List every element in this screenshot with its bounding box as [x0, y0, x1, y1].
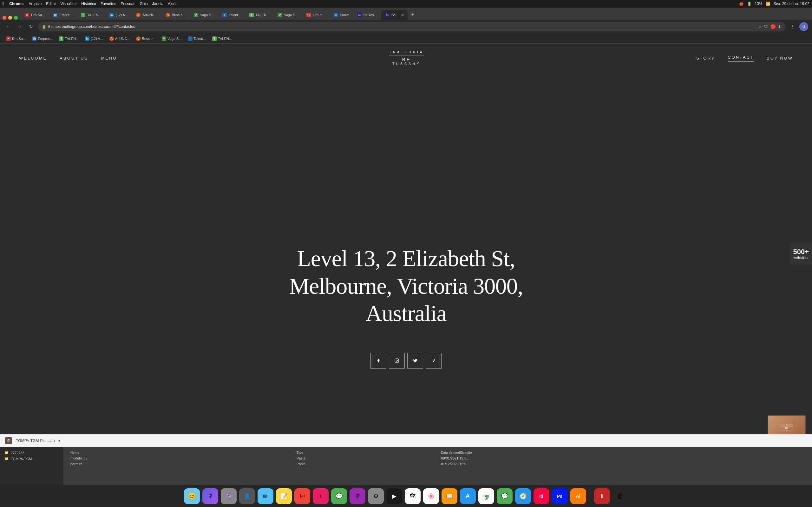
bookmark-favicon-busco: B [136, 37, 141, 41]
dock-music[interactable]: ♪ [313, 488, 328, 504]
fm-sidebar-item-2[interactable]: 📁 TGMPA-TGM... [3, 456, 61, 462]
extensions-button[interactable]: ⋮ [788, 22, 797, 31]
new-tab-button[interactable]: + [408, 10, 417, 19]
dock-appstore[interactable]: A [460, 488, 476, 504]
menu-pessoas[interactable]: Pessoas [120, 2, 135, 6]
extension-icon-1[interactable]: 🛡 [764, 24, 768, 29]
bookmark-star-icon[interactable]: ☆ [758, 24, 762, 29]
bookmark-talen1[interactable]: T TALEN... [56, 35, 81, 43]
dock-maps[interactable]: 🗺 [405, 488, 420, 504]
dock-messages[interactable]: 💬 [331, 488, 347, 504]
tab-vaga1[interactable]: V Vaga S... [190, 10, 218, 20]
dock-books[interactable]: 📖 [442, 488, 457, 504]
menu-arquivo[interactable]: Arquivo [29, 2, 42, 6]
address-bar-icons: ☆ 🛡 🔴 ⬇ [758, 24, 781, 29]
menu-guia[interactable]: Guia [140, 2, 148, 6]
dock-filezilla[interactable]: ⬆ [594, 488, 610, 504]
tab-dra-sa[interactable]: ✉ Dra Sa... [21, 10, 49, 20]
tab-group[interactable]: G Group... [303, 10, 329, 20]
nav-buy-now[interactable]: BUY NOW [767, 56, 793, 60]
music-icon: ♪ [319, 493, 322, 499]
nav-story[interactable]: STORY [696, 56, 715, 60]
tab-busco[interactable]: B Busc o... [162, 10, 189, 20]
dock-photos[interactable]: 🌸 [423, 488, 439, 504]
app-name[interactable]: Chrome [9, 2, 23, 6]
dock-trash[interactable]: 🗑 [612, 488, 628, 504]
dock-mail[interactable]: ✉ [258, 488, 273, 504]
nav-contact[interactable]: CONTACT [728, 55, 754, 61]
forward-button[interactable]: → [15, 22, 24, 31]
dock-chrome[interactable] [478, 488, 494, 504]
tab-label-force: Force [340, 13, 349, 17]
tab-bel-active[interactable]: Be Bel... ✕ [381, 10, 408, 20]
tab-anunc[interactable]: A AnÚNC... [132, 10, 161, 20]
dock-launchpad[interactable]: 🔮 [221, 488, 237, 504]
tab-talen1[interactable]: T TALEN... [77, 10, 105, 20]
maximize-window-btn[interactable] [14, 16, 18, 20]
dock-contacts[interactable]: 👤 [239, 488, 255, 504]
bookmark-empre[interactable]: 🏢 Empres... [30, 35, 55, 43]
table-row[interactable]: modelo_cv Pasta 09/01/2021 19:3... [68, 456, 808, 461]
side-badge[interactable]: 500+ websites [790, 243, 812, 265]
nav-welcome[interactable]: WELCOME [19, 56, 47, 60]
tab-talent2[interactable]: T Talent... [218, 10, 245, 20]
extension-icon-3[interactable]: ⬇ [778, 24, 781, 29]
social-vimeo[interactable]: V [426, 353, 442, 369]
nav-menu[interactable]: MENU [101, 56, 117, 60]
download-arrow[interactable]: ▾ [58, 439, 60, 443]
bookmark-busco[interactable]: B Busc o... [134, 35, 158, 43]
minimize-window-btn[interactable] [8, 16, 12, 20]
tab-empre[interactable]: 🏢 Empre... [49, 10, 77, 20]
dock-photoshop[interactable]: Ps [552, 488, 568, 504]
bookmark-dra-sa[interactable]: ✉ Dra Sa... [4, 35, 28, 43]
bookmark-talen2[interactable]: T TALEN... [210, 35, 235, 43]
tab-beres[interactable]: Be BeRes... [353, 10, 380, 20]
tab-close-bel[interactable]: ✕ [401, 13, 404, 17]
dock-illustrator[interactable]: Ai [570, 488, 586, 504]
tab-vaga2[interactable]: V Vaga S... [274, 10, 302, 20]
social-instagram[interactable] [389, 353, 405, 369]
back-button[interactable]: ← [4, 22, 13, 31]
apple-menu[interactable]:  [3, 1, 4, 6]
dock-finder[interactable]: 😊 [184, 488, 200, 504]
nav-about-us[interactable]: ABOUT US [60, 56, 88, 60]
dock-whatsapp[interactable]: 💬 [497, 488, 513, 504]
bookmark-vaga1[interactable]: V Vaga S... [159, 35, 184, 43]
photoshop-icon: Ps [557, 494, 562, 499]
dock-podcasts[interactable]: 🎙 [350, 488, 365, 504]
tab-label-talent2: Talent... [229, 13, 241, 17]
tab-label-beres: BeRes... [363, 13, 377, 17]
social-twitter[interactable] [407, 353, 423, 369]
social-facebook[interactable] [370, 353, 386, 369]
refresh-button[interactable]: ↻ [27, 22, 36, 31]
profile-button[interactable]: U [799, 22, 808, 31]
tab-force[interactable]: W Force [330, 10, 353, 20]
mail-icon: ✉ [263, 493, 268, 500]
menu-janela[interactable]: Janela [152, 2, 163, 6]
address-bar[interactable]: 🔒 themes.muffingroup.com/be/restaurant6/… [38, 22, 785, 32]
dock-notes[interactable]: 📝 [276, 488, 292, 504]
bookmark-linkedin[interactable]: in (12) A... [83, 35, 106, 43]
menu-favoritos[interactable]: Favoritos [101, 2, 116, 6]
site-navigation: WELCOME ABOUT US MENU TRATTORIA BE TUSCA… [0, 44, 812, 72]
menu-historico[interactable]: Histórico [81, 2, 96, 6]
tab-label-vaga1: Vaga S... [200, 13, 214, 17]
fm-sidebar-item-1[interactable]: 📁 2772783... [3, 450, 61, 456]
dock-siri[interactable]: 🎙 [202, 488, 218, 504]
dock-safari[interactable]: 🧭 [515, 488, 531, 504]
table-row[interactable]: perreira Pasta 01/12/2020 15:5... [68, 461, 808, 466]
bookmark-talent2[interactable]: T Talent... [186, 35, 209, 43]
close-window-btn[interactable] [3, 16, 6, 20]
dock-reminders[interactable]: ☑ [294, 488, 310, 504]
dock-settings[interactable]: ⚙ [368, 488, 384, 504]
menu-visualizar[interactable]: Visualizar [61, 2, 77, 6]
dock-appletv[interactable]: ▶ [386, 488, 402, 504]
menu-ajuda[interactable]: Ajuda [168, 2, 177, 6]
extension-icon-2[interactable]: 🔴 [770, 24, 776, 29]
tab-talen2[interactable]: T TALEN... [246, 10, 273, 20]
bookmark-anunc[interactable]: A AnÚNC... [107, 35, 132, 43]
menu-editar[interactable]: Editar [46, 2, 56, 6]
tab-linkedin[interactable]: in (12) A... [106, 10, 132, 20]
dock-indesign[interactable]: Id [534, 488, 549, 504]
fm-cell-type-1: Pasta [294, 456, 438, 461]
